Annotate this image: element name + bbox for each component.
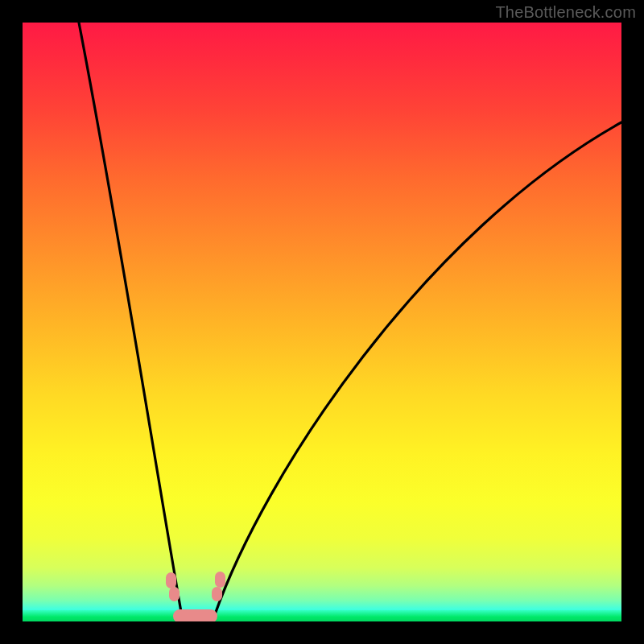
green-optimal-band [23, 610, 621, 621]
attribution-label: TheBottleneck.com [495, 3, 636, 22]
outer-frame: TheBottleneck.com [0, 0, 644, 644]
plot-area [23, 23, 621, 621]
heat-gradient-background [23, 23, 621, 621]
